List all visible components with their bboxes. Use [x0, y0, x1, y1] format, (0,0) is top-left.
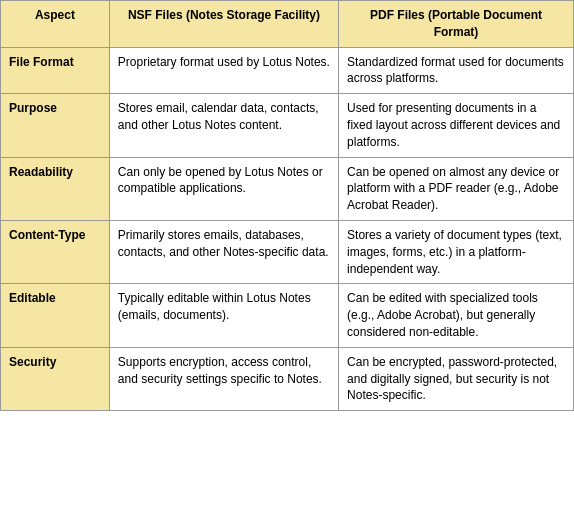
table-row: Content-TypePrimarily stores emails, dat… — [1, 220, 574, 283]
cell-aspect-2: Readability — [1, 157, 110, 220]
header-nsf: NSF Files (Notes Storage Facility) — [109, 1, 338, 48]
cell-aspect-0: File Format — [1, 47, 110, 94]
cell-pdf-0: Standardized format used for documents a… — [339, 47, 574, 94]
table-row: EditableTypically editable within Lotus … — [1, 284, 574, 347]
cell-nsf-2: Can only be opened by Lotus Notes or com… — [109, 157, 338, 220]
header-aspect: Aspect — [1, 1, 110, 48]
table-row: File FormatProprietary format used by Lo… — [1, 47, 574, 94]
cell-nsf-3: Primarily stores emails, databases, cont… — [109, 220, 338, 283]
cell-aspect-1: Purpose — [1, 94, 110, 157]
cell-pdf-1: Used for presenting documents in a fixed… — [339, 94, 574, 157]
cell-nsf-1: Stores email, calendar data, contacts, a… — [109, 94, 338, 157]
cell-pdf-5: Can be encrypted, password-protected, an… — [339, 347, 574, 410]
cell-aspect-5: Security — [1, 347, 110, 410]
table-header-row: Aspect NSF Files (Notes Storage Facility… — [1, 1, 574, 48]
cell-pdf-3: Stores a variety of document types (text… — [339, 220, 574, 283]
header-pdf: PDF Files (Portable Document Format) — [339, 1, 574, 48]
comparison-table-container: Aspect NSF Files (Notes Storage Facility… — [0, 0, 574, 411]
cell-pdf-2: Can be opened on almost any device or pl… — [339, 157, 574, 220]
cell-aspect-4: Editable — [1, 284, 110, 347]
cell-aspect-3: Content-Type — [1, 220, 110, 283]
cell-pdf-4: Can be edited with specialized tools (e.… — [339, 284, 574, 347]
cell-nsf-4: Typically editable within Lotus Notes (e… — [109, 284, 338, 347]
comparison-table: Aspect NSF Files (Notes Storage Facility… — [0, 0, 574, 411]
table-row: SecuritySupports encryption, access cont… — [1, 347, 574, 410]
cell-nsf-5: Supports encryption, access control, and… — [109, 347, 338, 410]
table-row: PurposeStores email, calendar data, cont… — [1, 94, 574, 157]
table-row: ReadabilityCan only be opened by Lotus N… — [1, 157, 574, 220]
cell-nsf-0: Proprietary format used by Lotus Notes. — [109, 47, 338, 94]
